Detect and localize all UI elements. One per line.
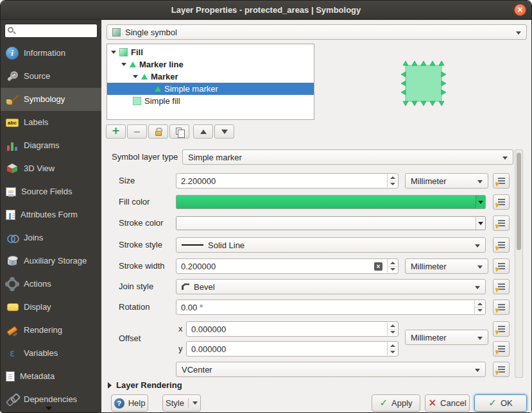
sidebar-item-joins[interactable]: Joins	[1, 226, 101, 249]
sidebar-item-label: Source Fields	[21, 187, 89, 197]
joins-icon	[6, 232, 19, 244]
collapse-arrow-icon[interactable]	[121, 63, 126, 66]
lock-colors-button[interactable]	[148, 124, 168, 139]
close-button[interactable]: ×	[514, 4, 526, 16]
sidebar-item-labels[interactable]: Labels	[1, 111, 101, 134]
sidebar-item-diagrams[interactable]: Diagrams	[1, 134, 101, 157]
dialog-body: Information Source Symbology Labels Diag…	[1, 20, 531, 412]
sidebar-item-auxiliary-storage[interactable]: Auxiliary Storage	[1, 249, 101, 273]
chevron-down-icon[interactable]	[193, 401, 198, 405]
ok-button[interactable]: OK	[474, 394, 527, 412]
join-style-select[interactable]: Bevel	[176, 279, 486, 294]
offset-x-input[interactable]: 0.000000	[186, 321, 399, 337]
join-style-data-defined-override-button[interactable]	[493, 279, 510, 294]
style-button[interactable]: Style	[162, 394, 201, 412]
anchor-point-value: VCenter	[182, 365, 212, 375]
auxiliary-storage-icon	[6, 255, 19, 267]
labels-icon	[6, 119, 19, 127]
simple-marker-icon	[155, 86, 161, 92]
sidebar-item-label: Display	[24, 303, 92, 312]
rotation-input[interactable]: 0.00 °	[176, 299, 486, 315]
sidebar-item-label: Information	[24, 49, 92, 58]
sidebar-item-variables[interactable]: Variables	[1, 342, 101, 365]
move-up-button[interactable]	[193, 124, 213, 139]
stroke-color-button[interactable]	[176, 216, 486, 230]
fill-color-swatch[interactable]	[176, 196, 476, 208]
sidebar-item-metadata[interactable]: Metadata	[1, 365, 101, 388]
stroke-color-dropdown-arrow[interactable]	[476, 217, 485, 230]
fill-color-dropdown-arrow[interactable]	[476, 196, 485, 208]
sidebar-item-rendering[interactable]: Rendering	[1, 319, 101, 342]
collapse-arrow-icon[interactable]	[133, 75, 138, 78]
cancel-button[interactable]: Cancel	[425, 394, 470, 412]
size-unit-select[interactable]: Millimeter	[405, 173, 488, 189]
single-symbol-icon	[112, 28, 121, 37]
stroke-style-data-defined-override-button[interactable]	[493, 237, 510, 253]
rotation-data-defined-override-button[interactable]	[493, 299, 510, 315]
sidebar-item-source-fields[interactable]: Source Fields	[1, 180, 101, 203]
spin-buttons[interactable]	[387, 342, 397, 355]
duplicate-symbol-layer-button[interactable]	[169, 124, 189, 139]
spin-buttons[interactable]	[387, 174, 397, 187]
size-value: 2.200000	[181, 176, 216, 186]
stroke-style-select[interactable]: Solid Line	[176, 237, 486, 253]
stroke-color-data-defined-override-button[interactable]	[493, 215, 510, 231]
spin-buttons[interactable]	[474, 301, 485, 314]
sidebar-item-source[interactable]: Source	[1, 65, 101, 88]
sidebar-item-symbology[interactable]: Symbology	[1, 88, 101, 111]
tree-item-fill[interactable]: Fill	[107, 46, 314, 58]
sidebar-item-information[interactable]: Information	[1, 42, 101, 65]
fill-color-button[interactable]	[176, 195, 486, 209]
arrow-up-icon	[200, 130, 207, 134]
data-defined-override-icon	[497, 219, 505, 227]
anchor-point-select[interactable]: VCenter	[176, 362, 486, 377]
offset-y-input[interactable]: 0.000000	[186, 341, 399, 357]
symbol-layer-type-select[interactable]: Simple marker	[182, 149, 513, 165]
size-input[interactable]: 2.200000	[176, 173, 399, 189]
sidebar-search-input[interactable]	[4, 24, 98, 38]
offset-x-data-defined-override-button[interactable]	[493, 321, 510, 337]
data-defined-override-icon	[497, 177, 505, 185]
stroke-width-unit-select[interactable]: Millimeter	[405, 258, 488, 274]
spin-buttons[interactable]	[387, 260, 397, 273]
add-symbol-layer-button[interactable]	[106, 124, 126, 139]
source-icon	[6, 70, 19, 83]
data-defined-override-icon	[497, 262, 505, 270]
apply-button[interactable]: Apply	[372, 394, 420, 412]
sidebar-item-actions[interactable]: Actions	[1, 273, 101, 296]
sidebar-item-display[interactable]: Display	[1, 296, 101, 319]
tree-item-label: Marker	[151, 72, 178, 81]
attributes-form-icon	[6, 210, 15, 220]
move-down-button[interactable]	[214, 124, 234, 139]
sidebar-item-3d-view[interactable]: 3D View	[1, 157, 101, 180]
titlebar[interactable]: Layer Properties - protected_areas | Sym…	[1, 1, 531, 20]
stroke-width-data-defined-override-button[interactable]	[493, 258, 510, 274]
form-scrollbar[interactable]	[515, 149, 523, 378]
anchor-data-defined-override-button[interactable]	[493, 362, 510, 377]
marker-icon	[141, 74, 148, 80]
sidebar-scroll-down-icon[interactable]	[46, 407, 52, 410]
help-button[interactable]: Help	[111, 394, 148, 412]
stroke-width-input[interactable]: 0.200000	[176, 258, 399, 274]
layer-rendering-section[interactable]: Layer Rendering	[108, 380, 182, 390]
collapse-arrow-icon[interactable]	[111, 51, 116, 54]
spin-buttons[interactable]	[387, 323, 397, 335]
info-icon	[6, 47, 19, 60]
renderer-select[interactable]: Single symbol	[107, 24, 527, 40]
tree-item-simple-fill[interactable]: Simple fill	[107, 95, 314, 107]
tree-item-simple-marker[interactable]: Simple marker	[107, 83, 314, 95]
sidebar-item-attributes-form[interactable]: Attributes Form	[1, 203, 101, 226]
expand-arrow-icon[interactable]	[108, 382, 112, 389]
clear-value-icon[interactable]	[374, 262, 382, 271]
actions-icon	[6, 278, 19, 291]
stroke-color-swatch[interactable]	[176, 217, 476, 230]
offset-y-data-defined-override-button[interactable]	[493, 341, 510, 357]
tree-item-marker[interactable]: Marker	[107, 71, 314, 83]
scrollbar-thumb[interactable]	[517, 153, 521, 250]
solid-line-icon	[182, 244, 203, 246]
remove-symbol-layer-button[interactable]	[127, 124, 147, 139]
fill-color-data-defined-override-button[interactable]	[493, 194, 510, 210]
tree-item-marker-line[interactable]: Marker line	[107, 58, 314, 71]
offset-unit-select[interactable]: Millimeter	[405, 330, 488, 345]
size-data-defined-override-button[interactable]	[493, 173, 510, 189]
